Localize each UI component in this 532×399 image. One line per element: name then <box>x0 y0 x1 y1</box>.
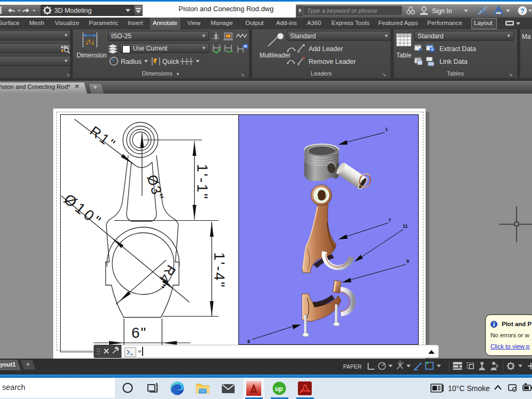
svg-text:1: 1 <box>385 127 388 132</box>
svg-text:Type a keyword or phrase: Type a keyword or phrase <box>307 7 377 14</box>
svg-text:?: ? <box>520 7 525 15</box>
svg-text:Radius: Radius <box>121 58 142 65</box>
svg-text:up: up <box>275 385 283 393</box>
svg-text:11: 11 <box>403 223 408 229</box>
svg-text:R1": R1" <box>87 123 120 153</box>
svg-text:Quick: Quick <box>162 58 180 65</box>
svg-text:1'-1": 1'-1" <box>194 164 211 200</box>
svg-text:6": 6" <box>131 325 147 341</box>
svg-text:Ø3": Ø3" <box>144 173 167 203</box>
svg-text:Sign In: Sign In <box>432 7 452 15</box>
svg-text:10°C Smoke: 10°C Smoke <box>448 384 490 393</box>
svg-text:Ø10": Ø10" <box>61 190 105 230</box>
svg-text:9: 9 <box>406 259 409 264</box>
svg-text:3D Modeling: 3D Modeling <box>54 7 92 14</box>
svg-text:8: 8 <box>247 339 250 344</box>
svg-text:1'-4": 1'-4" <box>211 252 228 288</box>
svg-text:R4": R4" <box>153 262 179 292</box>
svg-text:7: 7 <box>388 218 391 223</box>
